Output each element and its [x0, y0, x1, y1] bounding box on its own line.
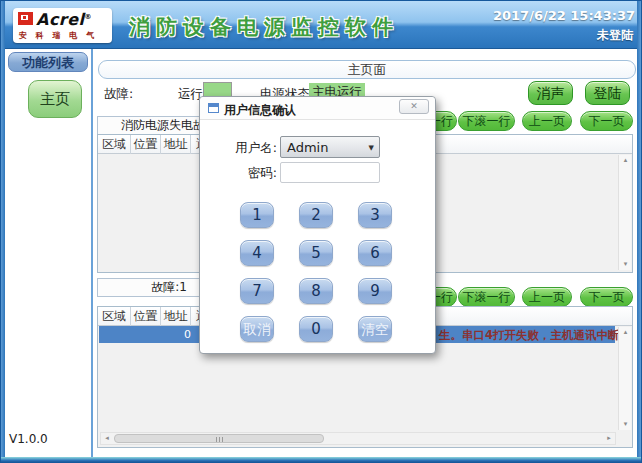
table1-col-position: 位置: [131, 135, 161, 154]
password-field[interactable]: [280, 162, 380, 183]
user-info-dialog: 用户信息确认 ✕ 用户名: Admin ▼ 密码: 1 2 3 4 5 6 7 …: [199, 96, 436, 354]
scroll-right-icon[interactable]: ▸: [603, 433, 615, 444]
keypad-2-button[interactable]: 2: [299, 202, 333, 228]
app-title: 消防设备电源监控软件: [129, 13, 399, 41]
window-frame-bottom: [1, 457, 642, 462]
username-select[interactable]: Admin ▼: [280, 136, 380, 158]
sidebar-item-home[interactable]: 主页: [28, 80, 82, 118]
username-label: 用户名:: [200, 140, 277, 157]
table2-horizontal-scrollbar[interactable]: ◂ ▸: [100, 432, 616, 445]
keypad-7-button[interactable]: 7: [240, 278, 274, 304]
table1-next-page-button[interactable]: 下一页: [580, 111, 633, 131]
fault-row-message: 生。串口4打开失败，主机通讯中断。: [439, 328, 631, 343]
keypad-8-button[interactable]: 8: [299, 278, 333, 304]
keypad-4-button[interactable]: 4: [240, 240, 274, 266]
scroll-down-icon[interactable]: ▾: [619, 259, 632, 270]
username-value: Admin: [287, 140, 328, 155]
registered-mark-icon: ®: [85, 13, 93, 21]
login-button[interactable]: 登陆: [585, 81, 630, 105]
scroll-up-icon[interactable]: ▴: [619, 327, 632, 338]
chevron-down-icon[interactable]: ▼: [369, 144, 374, 152]
table2-vertical-scrollbar[interactable]: ▴ ▾: [618, 327, 631, 430]
window-frame-left: [1, 1, 5, 463]
brand-name: Acrel®: [36, 10, 92, 29]
keypad-clear-button[interactable]: 清空: [358, 316, 392, 342]
table2-prev-page-button[interactable]: 上一页: [522, 287, 572, 307]
table2-col-area: 区域: [98, 307, 131, 326]
keypad-cancel-button[interactable]: 取消: [240, 316, 274, 342]
acrel-logo-icon: [18, 12, 33, 25]
sidebar-function-list-tab[interactable]: 功能列表: [8, 52, 88, 72]
fault-label: 故障:: [104, 86, 133, 103]
table1-prev-page-button[interactable]: 上一页: [522, 111, 572, 131]
datetime-label: 2017/6/22 15:43:37: [493, 8, 635, 23]
scroll-left-icon[interactable]: ◂: [101, 433, 113, 444]
keypad-9-button[interactable]: 9: [358, 278, 392, 304]
brand-subtitle: 安 科 瑞 电 气: [19, 30, 97, 41]
scroll-up-icon[interactable]: ▴: [619, 155, 632, 166]
keypad-6-button[interactable]: 6: [358, 240, 392, 266]
dialog-title: 用户信息确认: [224, 102, 296, 119]
login-status-label: 未登陆: [597, 27, 633, 44]
scrollbar-thumb[interactable]: [114, 434, 324, 443]
table1-vertical-scrollbar[interactable]: ▴ ▾: [618, 155, 631, 270]
page-title: 主页面: [98, 60, 636, 79]
form-icon: [208, 103, 219, 113]
table2-next-page-button[interactable]: 下一页: [580, 287, 633, 307]
acrel-logo: Acrel® 安 科 瑞 电 气: [13, 8, 112, 43]
app-window: Acrel® 安 科 瑞 电 气 消防设备电源监控软件 2017/6/22 15…: [0, 0, 642, 463]
table2-scroll-down-button[interactable]: 下滚一行: [458, 287, 515, 307]
window-frame-right: [637, 1, 641, 463]
header-bar: Acrel® 安 科 瑞 电 气 消防设备电源监控软件 2017/6/22 15…: [1, 1, 642, 49]
fault-row-address: 0: [184, 328, 191, 341]
mute-button[interactable]: 消声: [528, 81, 573, 105]
table1-scroll-down-button[interactable]: 下滚一行: [458, 111, 515, 131]
scroll-down-icon[interactable]: ▾: [619, 419, 632, 430]
table2-col-position: 位置: [131, 307, 161, 326]
dialog-titlebar[interactable]: 用户信息确认 ✕: [200, 97, 435, 120]
keypad-0-button[interactable]: 0: [299, 316, 333, 342]
table2-col-address: 地址: [161, 307, 191, 326]
keypad-3-button[interactable]: 3: [358, 202, 392, 228]
close-icon[interactable]: ✕: [399, 99, 429, 114]
table1-col-address: 地址: [161, 135, 191, 154]
keypad-1-button[interactable]: 1: [240, 202, 274, 228]
table1-col-area: 区域: [98, 135, 131, 154]
keypad-5-button[interactable]: 5: [299, 240, 333, 266]
password-label: 密码:: [200, 165, 277, 182]
version-label: V1.0.0: [9, 432, 48, 446]
